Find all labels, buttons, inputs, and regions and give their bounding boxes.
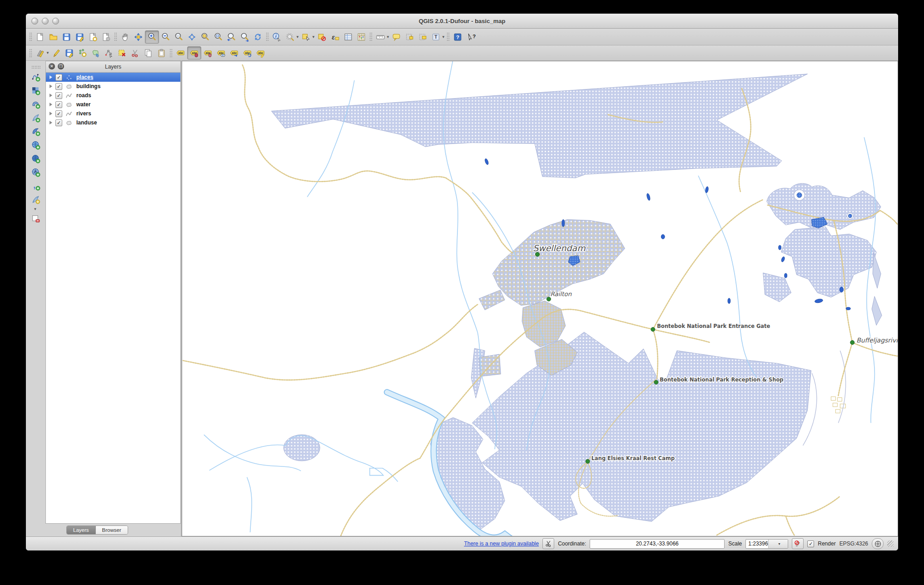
node-tool-button[interactable] [102,47,115,59]
layer-item-rivers[interactable]: ✓ rivers [46,109,180,118]
remove-layer-button[interactable] [29,213,42,225]
layer-labeling-button[interactable]: abc [174,47,187,59]
add-feature-button[interactable] [76,47,89,59]
save-layer-edits-icon [65,48,74,58]
coordinate-field[interactable]: 20.2743,-33.9066 [590,539,725,549]
resize-grip[interactable] [887,540,894,547]
pan-to-selection-button[interactable] [132,31,145,43]
field-calculator-button[interactable] [355,31,368,43]
save-project-as-button[interactable] [73,31,86,43]
new-bookmark-button[interactable] [403,31,416,43]
add-raster-layer-button[interactable] [29,84,42,97]
show-hide-labels-button[interactable]: abc [214,47,228,59]
tab-browser[interactable]: Browser [95,526,128,534]
select-features-button[interactable] [299,31,313,43]
zoom-out-button[interactable] [159,31,172,43]
pan-map-button[interactable] [119,31,132,43]
map-tips-button[interactable] [390,31,403,43]
paste-features-button[interactable] [155,47,168,59]
highlight-pinned-labels-button[interactable]: abc [201,47,214,59]
change-label-icon: abc [256,48,265,58]
expand-icon[interactable] [50,121,52,124]
toggle-editing-button[interactable] [50,47,63,59]
change-label-button[interactable]: abc [254,47,267,59]
layer-checkbox[interactable]: ✓ [55,119,62,126]
rotate-label-icon: abc [243,48,252,58]
add-spatialite-layer-button[interactable] [29,112,42,124]
minimize-window-button[interactable] [42,18,49,25]
text-annotation-button[interactable]: T [429,31,442,43]
zoom-native-button[interactable]: 1:1 [172,31,185,43]
plugin-icon[interactable] [542,538,554,549]
layer-item-water[interactable]: ✓ water [46,100,180,109]
zoom-next-button[interactable] [238,31,251,43]
new-shapefile-layer-dropdown-icon[interactable]: ▼ [34,207,37,211]
scale-combo[interactable]: 1:23396 ▼ [745,539,788,549]
add-wcs-layer-button[interactable] [29,153,42,165]
tab-layers[interactable]: Layers [67,526,95,534]
polygon-layer-icon [65,83,73,90]
layer-item-buildings[interactable]: ✓ buildings [46,82,180,91]
layer-checkbox[interactable]: ✓ [55,92,62,99]
layer-item-roads[interactable]: ✓ roads [46,91,180,100]
composer-manager-button[interactable] [99,31,113,43]
deselect-features-button[interactable] [315,31,328,43]
new-composer-button[interactable] [86,31,99,43]
show-bookmarks-button[interactable] [416,31,429,43]
open-attribute-table-button[interactable] [342,31,355,43]
plugin-available-link[interactable]: There is a new plugin available [464,540,539,547]
delete-selected-button[interactable] [115,47,129,59]
expand-icon[interactable] [50,75,52,79]
add-raster-layer-icon [31,86,40,95]
close-panel-icon[interactable]: ✕ [49,63,55,69]
help-button[interactable]: ? [451,31,464,43]
move-feature-button[interactable] [89,47,102,59]
add-mssql-layer-button[interactable] [29,125,42,138]
pin-label-button[interactable]: abc [187,46,201,59]
new-project-button[interactable] [34,31,47,43]
zoom-full-button[interactable] [185,31,199,43]
zoom-last-button[interactable] [225,31,238,43]
add-wms-layer-button[interactable] [29,139,42,151]
layer-checkbox[interactable]: ✓ [55,74,62,81]
rotate-label-button[interactable]: abc [241,47,254,59]
zoom-window-button[interactable] [52,18,59,25]
identify-features-button[interactable]: i [270,31,283,43]
combo-arrow-icon[interactable]: ▼ [768,540,788,548]
expand-icon[interactable] [50,94,52,97]
cut-features-button[interactable] [129,47,142,59]
save-layer-edits-button[interactable] [63,47,76,59]
copy-features-button[interactable] [142,47,155,59]
add-wfs-layer-button[interactable] [29,166,42,178]
measure-button[interactable] [374,31,387,43]
zoom-to-layer-button[interactable] [212,31,225,43]
expand-icon[interactable] [50,112,52,115]
refresh-map-button[interactable] [251,31,264,43]
zoom-in-button[interactable] [145,30,159,44]
open-project-button[interactable] [47,31,60,43]
add-vector-layer-button[interactable] [29,71,42,83]
run-feature-action-button[interactable] [283,31,297,43]
expand-icon[interactable] [50,103,52,106]
layer-item-places[interactable]: ✓ places [46,73,180,82]
expand-icon[interactable] [50,84,52,88]
whats-this-button[interactable]: ? [464,31,477,43]
add-delimited-text-layer-button[interactable]: , [29,180,42,192]
save-project-button[interactable] [60,31,73,43]
current-edits-button[interactable] [34,47,47,59]
zoom-to-selection-button[interactable] [199,31,212,43]
float-panel-icon[interactable]: ❐ [58,63,64,69]
layer-checkbox[interactable]: ✓ [55,101,62,108]
render-checkbox[interactable]: ✓ [807,540,814,547]
close-window-button[interactable] [31,18,38,25]
stop-render-button[interactable] [792,538,804,549]
select-by-expression-button[interactable]: ε [328,31,342,43]
map-canvas[interactable]: Swellendam Railton Bontebok National Par… [182,61,898,536]
add-postgis-layer-button[interactable] [29,98,42,110]
layer-item-landuse[interactable]: ✓ landuse [46,118,180,127]
crs-status-button[interactable] [872,538,884,549]
move-label-button[interactable]: abc [228,47,241,59]
layer-checkbox[interactable]: ✓ [55,110,62,117]
new-shapefile-layer-button[interactable] [29,193,42,206]
layer-checkbox[interactable]: ✓ [55,83,62,90]
